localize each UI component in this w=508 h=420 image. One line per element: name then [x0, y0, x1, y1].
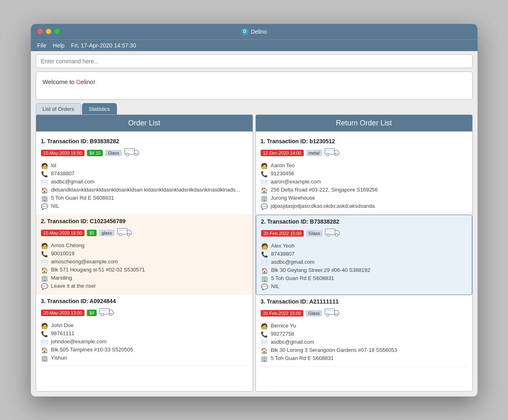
order-item[interactable]: 2. Transaction ID: C1023456789 10-May-20… — [36, 215, 253, 295]
tag-date: 10-May-2020 16:50 — [41, 150, 84, 156]
truck-icon — [99, 307, 115, 319]
traffic-lights — [37, 29, 60, 34]
return-order-item[interactable]: 1. Transaction ID: b1230512 12-Dec-2020 … — [261, 135, 467, 215]
phone-icon: 📞 — [261, 331, 268, 338]
datetime-display: Fri, 17-Apr-2020 14:57:30 — [71, 42, 136, 49]
detail-address: 🏠 Blk 571 Hougang st 51 #02-02 S530571 — [41, 267, 248, 274]
order-item[interactable]: 3. Transaction ID: A0924844 20-May-2020 … — [41, 295, 248, 366]
menu-file[interactable]: File — [37, 42, 47, 49]
svg-rect-20 — [325, 309, 335, 314]
svg-rect-0 — [125, 149, 134, 154]
detail-phone: 📞 90010019 — [41, 250, 248, 257]
svg-point-10 — [110, 313, 112, 316]
tag-date: 10-May-2020 16:50 — [41, 230, 84, 236]
detail-warehouse: 🏢 5 Toh Guan Rd E S608831 — [41, 195, 248, 202]
tab-list-of-orders[interactable]: List of Orders — [36, 103, 81, 114]
app-icon: D — [241, 28, 249, 35]
detail-phone: 📞 91230456 — [261, 170, 467, 177]
warehouse-icon: 🏢 — [41, 275, 48, 282]
order-item[interactable]: 1. Transaction ID: B93838282 10-May-2020… — [41, 135, 248, 215]
return-order-list-body[interactable]: 1. Transaction ID: b1230512 12-Dec-2020 … — [256, 131, 472, 391]
phone-icon: 📞 — [261, 171, 268, 177]
minimize-button[interactable] — [46, 29, 51, 34]
transaction-id: 2. Transaction ID: B73838282 — [261, 218, 467, 225]
svg-rect-12 — [325, 149, 335, 154]
command-input[interactable] — [36, 54, 473, 68]
detail-warehouse: 🏢 Yishun — [41, 355, 248, 362]
person-icon: 🧑 — [261, 323, 268, 330]
home-icon: 🏠 — [261, 267, 268, 274]
detail-note: 💬 jdpasjdasjodjaso;dkas;okdo;askd;aksdsa… — [261, 203, 467, 210]
order-list-panel: Order List 1. Transaction ID: B93838282 … — [36, 114, 253, 392]
tag-material: Glass — [306, 310, 322, 317]
welcome-area: Welcome to Delino! — [36, 71, 473, 100]
truck-icon — [324, 147, 340, 159]
command-area — [31, 51, 478, 71]
phone-icon: 📞 — [41, 171, 48, 177]
menu-help[interactable]: Help — [53, 42, 65, 49]
detail-warehouse: 🏢 5 Toh Guan Rd E S608831 — [261, 275, 467, 282]
detail-address: 🏠 256 Delta Road #03-222, Singapore S169… — [261, 187, 467, 194]
person-icon: 🧑 — [41, 243, 48, 249]
transaction-id: 1. Transaction ID: B93838282 — [41, 138, 248, 144]
tag-price: $4.10 — [87, 150, 103, 156]
transaction-id: 3. Transaction ID: A21111111 — [261, 298, 467, 305]
note-icon: 💬 — [261, 203, 268, 210]
return-order-list-panel: Return Order List 1. Transaction ID: b12… — [255, 114, 473, 392]
truck-icon — [324, 307, 340, 319]
transaction-id: 1. Transaction ID: b1230512 — [261, 138, 467, 144]
detail-email: ✉️ asdbc@gmail.com — [261, 259, 467, 266]
tags-row: 12-Dec-2020 14:00 metal — [261, 147, 467, 159]
svg-rect-16 — [325, 229, 335, 235]
maximize-button[interactable] — [54, 29, 60, 34]
svg-rect-8 — [99, 308, 109, 314]
welcome-after: elino! — [80, 78, 95, 85]
note-icon: 💬 — [41, 283, 48, 290]
email-icon: ✉️ — [261, 179, 268, 185]
person-icon: 🧑 — [41, 163, 48, 169]
tags-row: 20-May-2020 13:00 $4 — [41, 307, 248, 319]
detail-note: 💬 Leave it at the riser — [41, 283, 248, 290]
detail-address: 🏠 dklsandklasnkldasnkldasnkldsankldsan k… — [41, 187, 248, 194]
close-button[interactable] — [37, 29, 43, 34]
email-icon: ✉️ — [41, 259, 48, 265]
title-bar-content: D Delino — [241, 28, 267, 35]
detail-phone: 📞 98761111 — [41, 330, 248, 337]
detail-email: ✉️ asdbc@gmail.com — [261, 339, 467, 346]
welcome-text: Welcome to Delino! — [43, 78, 466, 85]
detail-address: 🏠 Blk 30 Geylang Street 29 #06-40 S38819… — [261, 267, 467, 274]
order-list-header: Order List — [36, 115, 253, 131]
tag-date: 20-Feb-2022 15:00 — [261, 310, 304, 317]
svg-point-17 — [327, 234, 329, 236]
detail-note: 💬 NIL — [41, 203, 248, 210]
svg-point-18 — [335, 234, 338, 236]
return-order-item[interactable]: 3. Transaction ID: A21111111 20-Feb-2022… — [261, 295, 467, 367]
email-icon: ✉️ — [41, 339, 48, 345]
person-icon: 🧑 — [41, 323, 48, 329]
tag-material: Glass — [105, 150, 121, 156]
detail-address: 🏠 Blk 30 Lorong 3 Serangoon Gardens #07-… — [261, 347, 467, 354]
warehouse-icon: 🏢 — [261, 355, 268, 362]
person-icon: 🧑 — [261, 163, 268, 169]
home-icon: 🏠 — [261, 347, 268, 354]
svg-point-14 — [335, 153, 337, 156]
tag-material: glass — [99, 230, 115, 236]
phone-icon: 📞 — [41, 331, 48, 337]
detail-note: 💬 NIL — [261, 283, 467, 290]
transaction-id: 3. Transaction ID: A0924844 — [41, 298, 248, 304]
return-order-list-header: Return Order List — [256, 115, 472, 131]
home-icon: 🏠 — [261, 187, 268, 194]
home-icon: 🏠 — [41, 267, 48, 274]
app-window: D Delino File Help Fri, 17-Apr-2020 14:5… — [31, 24, 478, 396]
detail-address: 🏠 Blk 505 Tampines #10-33 S520505 — [41, 347, 248, 353]
phone-icon: 📞 — [41, 251, 48, 257]
return-order-item[interactable]: 2. Transaction ID: B73838282 20-Feb-2022… — [256, 215, 472, 295]
tab-statistics[interactable]: Statistics — [82, 103, 117, 114]
main-content: Order List 1. Transaction ID: B93838282 … — [31, 114, 478, 396]
tag-price: $4 — [87, 310, 97, 316]
svg-point-13 — [326, 153, 329, 156]
order-list-body[interactable]: 1. Transaction ID: B93838282 10-May-2020… — [36, 131, 253, 391]
warehouse-icon: 🏢 — [261, 195, 268, 202]
person-icon: 🧑 — [261, 243, 268, 250]
svg-point-5 — [119, 233, 121, 236]
